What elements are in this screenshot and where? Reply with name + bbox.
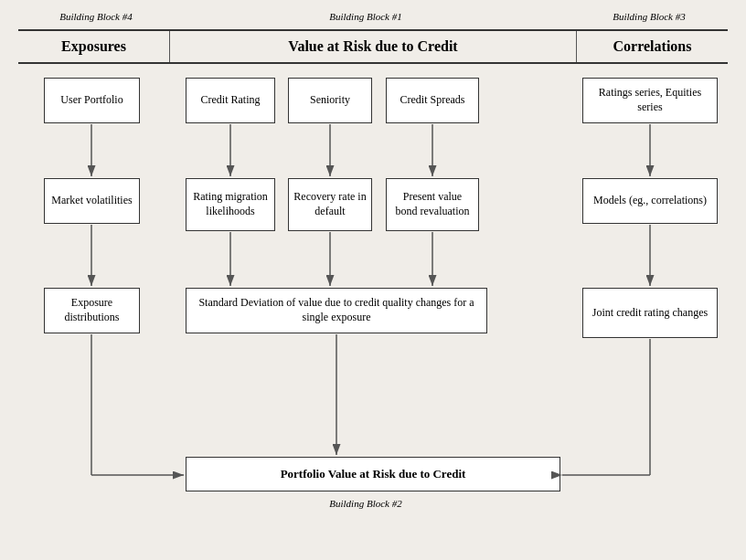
present-value-box: Present value bond revaluation <box>386 178 479 231</box>
credit-rating-box: Credit Rating <box>186 78 275 123</box>
exposure-distributions-box: Exposure distributions <box>44 288 140 333</box>
portfolio-var-box: Portfolio Value at Risk due to Credit <box>186 457 560 491</box>
ratings-series-box: Ratings series, Equities series <box>582 78 718 123</box>
user-portfolio-box: User Portfolio <box>44 78 140 123</box>
std-deviation-box: Standard Deviation of value due to credi… <box>186 288 487 333</box>
rating-migration-box: Rating migration likelihoods <box>186 178 275 231</box>
bb4-label: Building Block #4 <box>37 11 155 22</box>
full-diagram: Building Block #4 Building Block #1 Buil… <box>18 9 728 530</box>
joint-credit-box: Joint credit rating changes <box>582 288 718 338</box>
var-credit-title: Value at Risk due to Credit <box>169 31 577 62</box>
section-header-bar: Exposures Value at Risk due to Credit Co… <box>18 29 728 64</box>
recovery-rate-box: Recovery rate in default <box>288 178 372 231</box>
bb2-label: Building Block #2 <box>274 498 457 509</box>
correlations-title: Correlations <box>577 38 728 55</box>
market-volatilities-box: Market volatilities <box>44 178 140 224</box>
exposures-title: Exposures <box>18 38 169 55</box>
bb1-label: Building Block #1 <box>197 11 535 22</box>
diagram-container: Building Block #4 Building Block #1 Buil… <box>0 0 746 560</box>
credit-spreads-box: Credit Spreads <box>386 78 479 123</box>
bb3-label: Building Block #3 <box>576 11 722 22</box>
models-box: Models (eg., correlations) <box>582 178 718 224</box>
seniority-box: Seniority <box>288 78 372 123</box>
